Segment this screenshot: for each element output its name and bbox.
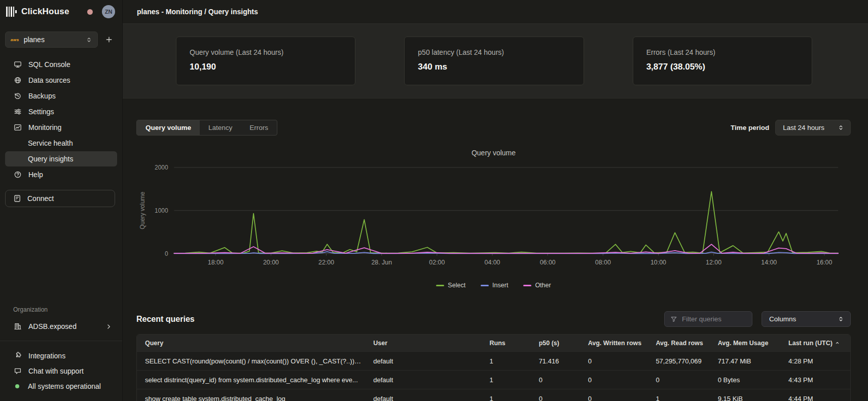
svg-text:22:00: 22:00 bbox=[318, 259, 334, 266]
organization-section-label: Organization bbox=[0, 306, 122, 318]
sql-console-icon bbox=[13, 60, 22, 69]
sidebar-nav: SQL ConsoleData sourcesBackupsSettingsMo… bbox=[0, 52, 122, 183]
time-period-select[interactable]: Last 24 hours bbox=[775, 120, 851, 136]
recent-queries-header: Recent queries Columns bbox=[136, 311, 851, 327]
content: Query volumeLatencyErrors Time period La… bbox=[123, 98, 868, 401]
brand-name: ClickHouse bbox=[21, 7, 69, 17]
column-header-user[interactable]: User bbox=[365, 340, 481, 347]
stats-section: Query volume (Last 24 hours)10,190p50 la… bbox=[123, 23, 868, 98]
table-cell: 4:43 PM bbox=[780, 376, 842, 384]
chevron-updown-icon bbox=[86, 37, 92, 43]
service-selector-row: aws planes bbox=[0, 23, 122, 52]
table-cell: 0 bbox=[531, 395, 580, 401]
time-period-value: Last 24 hours bbox=[783, 124, 824, 131]
query-volume-chart[interactable]: 01000200018:0020:0022:0028. Jun02:0004:0… bbox=[136, 160, 851, 280]
chart-tabs: Query volumeLatencyErrors bbox=[136, 120, 277, 136]
sort-asc-icon bbox=[835, 341, 840, 345]
table-header-row: QueryUserRunsp50 (s)Avg. Written rowsAvg… bbox=[137, 335, 850, 351]
main: planes - Monitoring / Query insights Que… bbox=[123, 0, 868, 401]
column-header-p50-s-[interactable]: p50 (s) bbox=[531, 340, 580, 347]
tab-latency[interactable]: Latency bbox=[200, 120, 241, 135]
service-select[interactable]: aws planes bbox=[5, 31, 98, 48]
table-row[interactable]: show create table system.distributed_cac… bbox=[137, 389, 850, 401]
footer-item-label: Integrations bbox=[28, 352, 65, 360]
table-cell: show create table system.distributed_cac… bbox=[137, 395, 365, 401]
legend-dash-icon bbox=[523, 285, 531, 286]
table-row[interactable]: select distrinct(query_id) from system.d… bbox=[137, 370, 850, 389]
column-header-runs[interactable]: Runs bbox=[482, 340, 531, 347]
tab-errors[interactable]: Errors bbox=[241, 120, 277, 135]
sidebar-item-query-insights[interactable]: Query insights bbox=[5, 151, 117, 166]
connect-button[interactable]: Connect bbox=[5, 190, 115, 207]
table-cell: 4:44 PM bbox=[780, 395, 842, 401]
sidebar-item-help[interactable]: Help bbox=[5, 167, 117, 182]
sidebar-item-status[interactable]: All systems operational bbox=[5, 379, 117, 394]
svg-text:20:00: 20:00 bbox=[263, 259, 279, 266]
chevron-updown-icon bbox=[838, 316, 844, 322]
sidebar-header: ClickHouse ZN bbox=[0, 0, 122, 23]
aws-icon: aws bbox=[11, 38, 19, 42]
puzzle-icon bbox=[13, 352, 22, 360]
legend-item-other[interactable]: Other bbox=[523, 282, 551, 289]
column-header-last-run-utc-[interactable]: Last run (UTC) bbox=[780, 340, 842, 347]
sidebar-item-data-sources[interactable]: Data sources bbox=[5, 73, 117, 88]
sidebar-item-monitoring[interactable]: Monitoring bbox=[5, 120, 117, 135]
add-service-button[interactable] bbox=[103, 34, 115, 46]
monitoring-icon bbox=[13, 123, 22, 131]
funnel-icon bbox=[670, 316, 677, 323]
time-period-control: Time period Last 24 hours bbox=[731, 120, 851, 136]
table-cell: 71.416 bbox=[531, 357, 580, 365]
stat-card-value: 3,877 (38.05%) bbox=[646, 62, 799, 72]
svg-text:14:00: 14:00 bbox=[761, 259, 777, 266]
legend-label: Other bbox=[535, 282, 551, 289]
svg-text:28. Jun: 28. Jun bbox=[371, 259, 392, 266]
svg-text:02:00: 02:00 bbox=[429, 259, 445, 266]
sidebar-item-integrations[interactable]: Integrations bbox=[5, 348, 117, 363]
user-avatar[interactable]: ZN bbox=[102, 5, 115, 18]
column-header-label: Avg. Read rows bbox=[656, 340, 703, 347]
table-cell: 1 bbox=[647, 395, 709, 401]
recent-queries-controls: Columns bbox=[664, 311, 851, 327]
filter-queries-field bbox=[664, 311, 752, 327]
sidebar-item-backups[interactable]: Backups bbox=[5, 88, 117, 104]
sidebar-bottom: Organization ADSB.exposed IntegrationsCh… bbox=[0, 306, 122, 394]
column-header-avg-mem-usage[interactable]: Avg. Mem Usage bbox=[710, 340, 780, 347]
legend-item-select[interactable]: Select bbox=[436, 282, 465, 289]
svg-text:10:00: 10:00 bbox=[650, 259, 666, 266]
clickhouse-logo[interactable]: ClickHouse bbox=[6, 7, 69, 17]
sidebar-item-chat-with-support[interactable]: Chat with support bbox=[5, 363, 117, 379]
status-dot-icon bbox=[15, 384, 19, 388]
sidebar-item-service-health[interactable]: Service health bbox=[5, 136, 117, 151]
sidebar: ClickHouse ZN aws planes SQL ConsoleData… bbox=[0, 0, 123, 401]
chart-svg: 01000200018:0020:0022:0028. Jun02:0004:0… bbox=[136, 160, 851, 280]
svg-text:2000: 2000 bbox=[155, 164, 168, 171]
svg-text:12:00: 12:00 bbox=[706, 259, 721, 266]
table-cell: SELECT CAST(round(pow(count() / max(coun… bbox=[137, 357, 365, 365]
table-row[interactable]: SELECT CAST(round(pow(count() / max(coun… bbox=[137, 351, 850, 370]
footer-item-label: Chat with support bbox=[28, 367, 84, 375]
stat-card-value: 10,190 bbox=[190, 62, 342, 72]
filter-queries-input[interactable] bbox=[682, 315, 746, 323]
legend-item-insert[interactable]: Insert bbox=[481, 282, 508, 289]
sidebar-item-label: Settings bbox=[28, 108, 54, 116]
data-sources-icon bbox=[13, 76, 22, 84]
tab-query-volume[interactable]: Query volume bbox=[137, 120, 200, 135]
sidebar-item-label: Query insights bbox=[28, 155, 73, 163]
recent-queries-table: QueryUserRunsp50 (s)Avg. Written rowsAvg… bbox=[136, 334, 851, 401]
sidebar-item-label: Data sources bbox=[28, 76, 70, 84]
sidebar-item-organization[interactable]: ADSB.exposed bbox=[5, 318, 117, 335]
column-header-avg-read-rows[interactable]: Avg. Read rows bbox=[647, 340, 709, 347]
svg-text:08:00: 08:00 bbox=[595, 259, 611, 266]
sidebar-item-sql-console[interactable]: SQL Console bbox=[5, 57, 117, 72]
sidebar-item-label: Backups bbox=[28, 92, 56, 100]
column-header-query[interactable]: Query bbox=[137, 340, 365, 347]
sidebar-item-settings[interactable]: Settings bbox=[5, 104, 117, 119]
table-cell: 0 bbox=[580, 376, 648, 384]
organization-name: ADSB.exposed bbox=[28, 322, 77, 330]
stat-card-label: Errors (Last 24 hours) bbox=[646, 48, 799, 56]
column-header-avg-written-rows[interactable]: Avg. Written rows bbox=[580, 340, 648, 347]
table-cell: 9.15 KiB bbox=[710, 395, 780, 401]
connect-label: Connect bbox=[27, 194, 54, 203]
columns-select[interactable]: Columns bbox=[762, 311, 851, 327]
table-cell: default bbox=[365, 357, 481, 365]
